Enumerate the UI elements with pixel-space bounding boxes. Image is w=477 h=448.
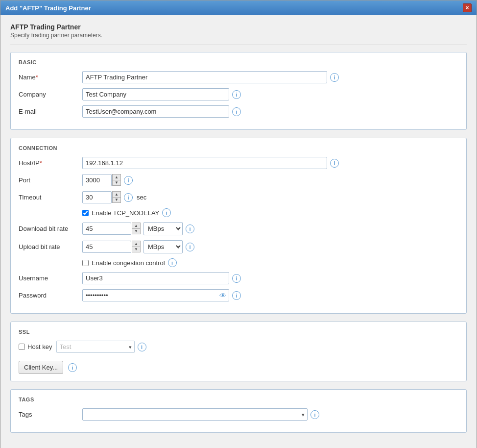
timeout-up-button[interactable]: ▲: [112, 191, 121, 197]
tcp-nodelay-checkbox[interactable]: [82, 210, 89, 216]
client-key-button[interactable]: Client Key...: [19, 361, 63, 374]
connection-section-title: CONNECTION: [19, 145, 458, 151]
tcp-nodelay-row: Enable TCP_NODELAY i: [82, 208, 458, 217]
ssl-host-key-select[interactable]: Test: [56, 341, 135, 353]
download-up-button[interactable]: ▲: [132, 223, 141, 228]
password-label: Password: [19, 292, 82, 299]
close-button[interactable]: ×: [463, 3, 472, 12]
password-row: Password 👁 i: [19, 289, 458, 301]
port-label: Port: [19, 176, 82, 184]
password-toggle-icon[interactable]: 👁: [219, 292, 226, 299]
basic-section: BASIC Name* i Company i E-mail i: [10, 52, 467, 130]
tags-select[interactable]: [82, 408, 308, 421]
timeout-label: Timeout: [19, 194, 82, 201]
download-unit-select[interactable]: MBps KBps: [143, 222, 183, 235]
ssl-client-key-row: Client Key... i: [19, 358, 458, 374]
port-up-button[interactable]: ▲: [112, 174, 121, 180]
ssl-host-key-row: Host key Test i: [19, 341, 458, 353]
congestion-row: Enable congestion control i: [82, 258, 458, 267]
ssl-host-key-checkbox[interactable]: [19, 344, 25, 350]
tags-row: Tags i: [19, 408, 458, 421]
upload-label: Upload bit rate: [19, 243, 82, 250]
congestion-info-icon: i: [168, 258, 177, 267]
host-row: Host/IP* i: [19, 157, 458, 169]
name-info-icon: i: [330, 73, 339, 82]
port-down-button[interactable]: ▼: [112, 180, 121, 186]
ssl-section: SSL Host key Test i Client Key... i: [10, 322, 467, 381]
timeout-down-button[interactable]: ▼: [112, 197, 121, 203]
upload-input[interactable]: [82, 241, 131, 253]
timeout-spinner-group: ▲ ▼: [82, 191, 121, 203]
timeout-unit: sec: [137, 194, 146, 201]
upload-row: Upload bit rate ▲ ▼ MBps KBps i: [19, 240, 458, 253]
congestion-checkbox[interactable]: [82, 260, 89, 266]
username-row: Username i: [19, 272, 458, 284]
dialog-body: AFTP Trading Partner Specify trading par…: [0, 15, 477, 448]
name-label: Name*: [19, 74, 82, 81]
username-input[interactable]: [82, 272, 229, 284]
username-label: Username: [19, 274, 82, 282]
timeout-info-icon: i: [124, 193, 133, 202]
timeout-spinner: ▲ ▼: [112, 191, 121, 203]
upload-up-button[interactable]: ▲: [132, 241, 141, 247]
ssl-host-key-select-wrapper: Test: [56, 341, 135, 353]
username-info-icon: i: [232, 274, 241, 283]
title-bar: Add "AFTP" Trading Partner ×: [0, 0, 477, 15]
upload-down-button[interactable]: ▼: [132, 247, 141, 252]
connection-section: CONNECTION Host/IP* i Port ▲ ▼: [10, 138, 467, 314]
email-row: E-mail i: [19, 105, 458, 118]
company-label: Company: [19, 91, 82, 98]
upload-unit-wrapper: MBps KBps: [143, 240, 183, 253]
host-required-star: *: [40, 159, 42, 167]
timeout-row: Timeout ▲ ▼ i sec: [19, 191, 458, 203]
download-info-icon: i: [186, 224, 194, 233]
tags-section-title: TAGS: [19, 397, 458, 402]
dialog-header: AFTP Trading Partner Specify trading par…: [10, 23, 467, 39]
upload-spinner: ▲ ▼: [132, 241, 141, 253]
upload-unit-select[interactable]: MBps KBps: [143, 240, 183, 253]
port-info-icon: i: [124, 176, 133, 185]
basic-section-title: BASIC: [19, 59, 458, 65]
tags-section: TAGS Tags i: [10, 389, 467, 433]
tcp-nodelay-info-icon: i: [162, 208, 171, 217]
header-divider: [10, 45, 467, 45]
tcp-nodelay-label[interactable]: Enable TCP_NODELAY: [92, 209, 159, 217]
tags-info-icon: i: [310, 410, 319, 419]
dialog-main-title: AFTP Trading Partner: [10, 23, 467, 31]
name-required-star: *: [36, 74, 38, 81]
download-down-button[interactable]: ▼: [132, 228, 141, 234]
ssl-section-title: SSL: [19, 329, 458, 335]
password-container: 👁: [82, 289, 229, 301]
ssl-host-key-label: Host key: [19, 343, 52, 350]
dialog-subtitle: Specify trading partner parameters.: [10, 32, 467, 39]
port-row: Port ▲ ▼ i: [19, 174, 458, 186]
timeout-input[interactable]: [82, 191, 112, 203]
port-spinner-group: ▲ ▼: [82, 174, 121, 186]
email-label: E-mail: [19, 108, 82, 115]
download-label: Download bit rate: [19, 225, 82, 232]
ssl-host-key-info-icon: i: [138, 343, 146, 351]
congestion-label[interactable]: Enable congestion control: [92, 259, 165, 267]
download-input[interactable]: [82, 223, 131, 235]
company-info-icon: i: [232, 90, 241, 99]
host-input[interactable]: [82, 157, 327, 169]
company-input[interactable]: [82, 88, 229, 100]
host-info-icon: i: [330, 159, 339, 168]
download-unit-wrapper: MBps KBps: [143, 222, 183, 235]
ssl-client-key-info-icon: i: [68, 363, 77, 372]
upload-spinner-group: ▲ ▼: [82, 241, 141, 253]
password-input[interactable]: [82, 289, 229, 301]
tags-label: Tags: [19, 411, 82, 418]
company-row: Company i: [19, 88, 458, 100]
port-spinner: ▲ ▼: [112, 174, 121, 186]
name-input[interactable]: [82, 71, 327, 83]
port-input[interactable]: [82, 174, 112, 186]
name-row: Name* i: [19, 71, 458, 83]
main-dialog: Add "AFTP" Trading Partner × AFTP Tradin…: [0, 0, 477, 448]
upload-info-icon: i: [186, 243, 194, 251]
host-label: Host/IP*: [19, 159, 82, 167]
email-info-icon: i: [232, 107, 241, 116]
download-row: Download bit rate ▲ ▼ MBps KBps i: [19, 222, 458, 235]
download-spinner: ▲ ▼: [132, 223, 141, 235]
email-input[interactable]: [82, 105, 229, 118]
